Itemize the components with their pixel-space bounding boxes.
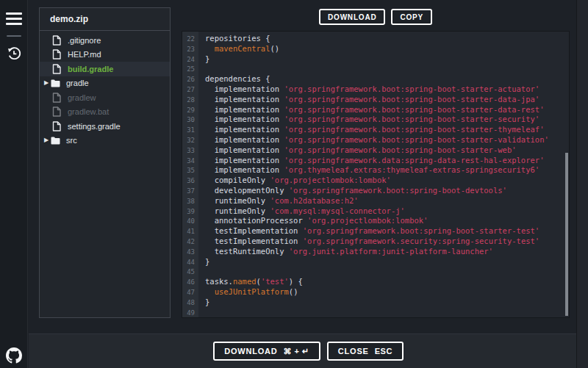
code-content: 22repositories {23 mavenCentral()24}2526…	[182, 32, 569, 317]
line-number: 44	[182, 257, 198, 267]
line-number: 43	[182, 247, 198, 257]
file-tree: .gitignoreHELP.mdbuild.gradle▶gradlegrad…	[40, 31, 170, 148]
code-line: 25	[182, 64, 569, 74]
tree-item-label: src	[66, 136, 77, 145]
line-number: 34	[182, 156, 198, 166]
line-number: 42	[182, 237, 198, 247]
code-line: 36 compileOnly 'org.projectlombok:lombok…	[182, 176, 569, 186]
code-line: 28 implementation 'org.springframework.b…	[182, 95, 569, 105]
tree-item-label: gradle	[66, 79, 89, 87]
code-line: 33 implementation 'org.springframework.b…	[182, 145, 569, 156]
history-icon[interactable]	[7, 46, 21, 61]
line-number: 48	[182, 297, 198, 308]
sidebar-divider	[7, 35, 21, 37]
file-icon	[52, 121, 62, 131]
code-line: 35 implementation 'org.thymeleaf.extras:…	[182, 165, 569, 176]
line-number: 41	[182, 226, 198, 237]
line-number: 33	[182, 145, 198, 156]
download-file-button[interactable]: DOWNLOAD	[319, 9, 385, 25]
line-number: 32	[182, 135, 198, 145]
file-explorer-panel: demo.zip .gitignoreHELP.mdbuild.gradle▶g…	[39, 7, 171, 318]
line-number: 39	[182, 206, 198, 217]
tree-item-label: gradlew.bat	[68, 107, 109, 116]
code-line: 40 annotationProcessor 'org.projectlombo…	[182, 216, 569, 226]
code-line: 44}	[182, 257, 569, 267]
file-icon	[52, 64, 62, 74]
tree-item-build-gradle[interactable]: build.gradle	[40, 62, 170, 76]
code-line: 32 implementation 'org.springframework.b…	[182, 135, 569, 145]
tree-item-gradlew[interactable]: gradlew	[40, 90, 170, 105]
left-sidebar	[0, 0, 28, 368]
copy-button[interactable]: COPY	[391, 9, 432, 25]
code-line: 31 implementation 'org.springframework.b…	[182, 125, 569, 135]
code-line: 22repositories {	[182, 34, 569, 44]
line-number: 29	[182, 105, 198, 115]
action-bar: DOWNLOAD ⌘ + ↵ CLOSE ESC	[29, 333, 588, 368]
code-line: 48}	[182, 297, 569, 308]
code-line: 23 mavenCentral()	[182, 44, 569, 54]
line-number: 38	[182, 196, 198, 206]
line-number: 35	[182, 165, 198, 176]
tree-item-label: settings.gradle	[68, 122, 121, 131]
tree-item-label: gradlew	[68, 93, 96, 102]
tree-item-label: build.gradle	[68, 65, 113, 73]
line-number: 28	[182, 95, 198, 105]
tree-item-gitignore[interactable]: .gitignore	[40, 33, 170, 48]
download-archive-button[interactable]: DOWNLOAD ⌘ + ↵	[213, 342, 320, 361]
code-line: 45	[182, 267, 569, 277]
line-number: 40	[182, 216, 198, 226]
line-number: 47	[182, 287, 198, 297]
code-line: 46tasks.named('test') {	[182, 277, 569, 287]
line-number: 31	[182, 125, 198, 135]
tree-item-src[interactable]: ▶src	[40, 134, 170, 148]
line-number: 46	[182, 277, 198, 287]
close-shortcut-hint: ESC	[375, 347, 392, 356]
tree-item-label: HELP.md	[68, 50, 101, 59]
close-button[interactable]: CLOSE ESC	[327, 342, 404, 361]
caret-right-icon[interactable]: ▶	[44, 80, 51, 86]
folder-icon	[51, 78, 60, 88]
folder-icon	[51, 135, 60, 145]
code-line: 42 testImplementation 'org.springframewo…	[182, 237, 569, 247]
code-scrollbar-thumb[interactable]	[565, 153, 568, 316]
line-number: 36	[182, 176, 198, 186]
download-shortcut-hint: ⌘ + ↵	[284, 347, 309, 356]
tree-item-label: .gitignore	[68, 36, 101, 45]
line-number: 30	[182, 115, 198, 125]
tree-item-help-md[interactable]: HELP.md	[40, 48, 170, 62]
tree-item-gradle[interactable]: ▶gradle	[40, 76, 170, 91]
code-line: 26dependencies {	[182, 74, 569, 84]
download-label: DOWNLOAD	[224, 347, 277, 356]
github-icon[interactable]	[6, 347, 22, 364]
file-icon	[52, 35, 62, 46]
code-line: 37 developmentOnly 'org.springframework.…	[182, 186, 569, 196]
code-line: 49	[182, 308, 569, 318]
code-line: 34 implementation 'org.springframework.d…	[182, 156, 569, 166]
archive-title: demo.zip	[40, 8, 170, 31]
close-label: CLOSE	[338, 347, 369, 356]
line-number: 26	[182, 74, 198, 84]
code-line: 29 implementation 'org.springframework.b…	[182, 105, 569, 115]
line-number: 49	[182, 308, 198, 318]
page-scrollbar[interactable]	[576, 0, 588, 368]
line-number: 23	[182, 44, 198, 54]
code-viewer: 22repositories {23 mavenCentral()24}2526…	[182, 31, 570, 318]
code-line: 41 testImplementation 'org.springframewo…	[182, 226, 569, 237]
code-line: 39 runtimeOnly 'com.mysql:mysql-connecto…	[182, 206, 569, 217]
file-icon	[52, 107, 62, 117]
line-number: 25	[182, 64, 198, 74]
file-icon	[52, 93, 62, 103]
line-number: 22	[182, 34, 198, 44]
line-number: 37	[182, 186, 198, 196]
code-line: 47 useJUnitPlatform()	[182, 287, 569, 297]
code-line: 27 implementation 'org.springframework.b…	[182, 84, 569, 95]
line-number: 27	[182, 84, 198, 95]
code-toolbar: DOWNLOAD COPY	[182, 9, 570, 25]
code-line: 24}	[182, 54, 569, 65]
tree-item-gradlew-bat[interactable]: gradlew.bat	[40, 105, 170, 120]
caret-right-icon[interactable]: ▶	[44, 137, 51, 143]
code-line: 30 implementation 'org.springframework.b…	[182, 115, 569, 125]
tree-item-settings-gradle[interactable]: settings.gradle	[40, 119, 170, 134]
menu-icon[interactable]	[6, 12, 22, 25]
file-icon	[52, 49, 62, 59]
